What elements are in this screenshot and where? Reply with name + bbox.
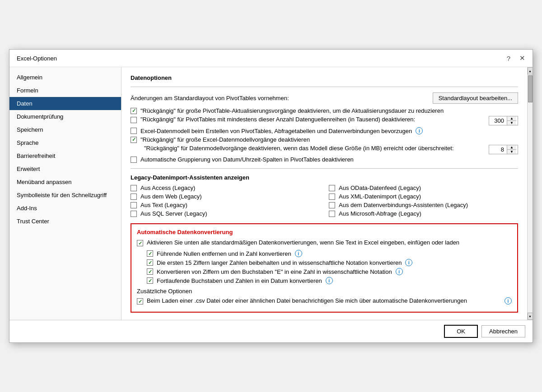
cb1-row: "Rückgängig" für große PivotTable-Aktual… bbox=[131, 107, 518, 114]
cb3-row: Excel-Datenmodell beim Erstellen von Piv… bbox=[131, 127, 518, 134]
sidebar: Allgemein Formeln Daten Dokumentprüfung … bbox=[9, 67, 121, 320]
info-icon-sub2[interactable]: i bbox=[405, 259, 412, 266]
info-icon-cb2[interactable]: i bbox=[505, 297, 512, 304]
cb6-label: Automatische Gruppierung von Datum/Uhrze… bbox=[140, 156, 354, 163]
autoconv-sub1-label: Führende Nullen entfernen und in Zahl ko… bbox=[157, 250, 291, 257]
scrollbar: ▲ ▼ bbox=[527, 67, 533, 320]
autoconv-sub2-row: Die ersten 15 Ziffern langer Zahlen beib… bbox=[147, 259, 512, 266]
scrollbar-thumb[interactable] bbox=[528, 75, 533, 102]
autoconv-sub1-cb[interactable] bbox=[147, 250, 153, 257]
cb6-checkbox[interactable] bbox=[131, 157, 137, 163]
cb5-label: "Rückgängig" für Datenmodellvorgänge dea… bbox=[144, 145, 485, 152]
autoconv-sub3-cb[interactable] bbox=[147, 268, 153, 275]
close-button[interactable]: ✕ bbox=[517, 53, 527, 63]
legacy-grid: Aus Access (Legacy) Aus dem Web (Legacy)… bbox=[131, 184, 518, 219]
sidebar-item-symbolleiste[interactable]: Symbolleiste für den Schnellzugriff bbox=[9, 189, 121, 202]
spinner1: 300 ▲ ▼ bbox=[489, 116, 518, 125]
spinner2-buttons: ▲ ▼ bbox=[507, 145, 516, 154]
sidebar-item-daten[interactable]: Daten bbox=[9, 97, 121, 110]
legacy-col1: Aus Access (Legacy) Aus dem Web (Legacy)… bbox=[131, 184, 320, 219]
legacy-title: Legacy-Datenimport-Assistenten anzeigen bbox=[131, 174, 518, 181]
sidebar-item-formeln[interactable]: Formeln bbox=[9, 84, 121, 97]
autoconv-cb2-label: Beim Laden einer .csv Datei oder einer ä… bbox=[147, 297, 497, 304]
autoconv-cb1-row: Aktivieren Sie unten alle standardmäßige… bbox=[137, 239, 512, 246]
sidebar-item-dokumentpruefung[interactable]: Dokumentprüfung bbox=[9, 110, 121, 123]
legacy-label-7: Aus Microsoft-Abfrage (Legacy) bbox=[339, 210, 421, 217]
legacy-label-4: Aus Text (Legacy) bbox=[140, 202, 187, 208]
legacy-cb-4[interactable] bbox=[131, 202, 137, 208]
pivot-edit-button[interactable]: Standardlayout bearbeiten... bbox=[433, 92, 518, 104]
legacy-cb-5[interactable] bbox=[329, 202, 335, 208]
scrollbar-down-btn[interactable]: ▼ bbox=[528, 313, 533, 320]
cb1-checkbox[interactable] bbox=[131, 108, 137, 114]
legacy-label-2: Aus dem Web (Legacy) bbox=[140, 193, 202, 200]
cb5-row: "Rückgängig" für Datenmodellvorgänge dea… bbox=[131, 145, 518, 154]
cb4-row: "Rückgängig" für große Excel-Datenmodell… bbox=[131, 136, 518, 143]
title-bar: Excel-Optionen ? ✕ bbox=[9, 50, 533, 67]
cb2-label: "Rückgängig" für PivotTables mit mindest… bbox=[140, 116, 485, 123]
info-icon-sub1[interactable]: i bbox=[295, 250, 302, 257]
legacy-cb-1[interactable] bbox=[329, 185, 335, 191]
info-icon-sub4[interactable]: i bbox=[326, 277, 333, 284]
spinner1-up[interactable]: ▲ bbox=[507, 116, 516, 121]
cb2-checkbox[interactable] bbox=[131, 117, 137, 123]
legacy-label-5: Aus dem Datenverbindungs-Assistenten (Le… bbox=[339, 202, 468, 208]
content-area: Datenoptionen Änderungen am Standardlayo… bbox=[121, 67, 527, 320]
autoconv-sub3-label: Konvertieren von Ziffern um den Buchstab… bbox=[157, 268, 392, 275]
legacy-cb-2[interactable] bbox=[131, 194, 137, 200]
info-icon-sub3[interactable]: i bbox=[396, 268, 403, 275]
spinner1-buttons: ▲ ▼ bbox=[507, 116, 516, 125]
legacy-cb-3[interactable] bbox=[329, 194, 335, 200]
autoconv-sub3-row: Konvertieren von Ziffern um den Buchstab… bbox=[147, 268, 512, 275]
autoconv-cb1[interactable] bbox=[137, 240, 143, 246]
dialog-body: Allgemein Formeln Daten Dokumentprüfung … bbox=[9, 67, 533, 320]
autoconv-cb2-row: Beim Laden einer .csv Datei oder einer ä… bbox=[137, 297, 512, 304]
legacy-item-0: Aus Access (Legacy) bbox=[131, 184, 320, 191]
sidebar-item-trust-center[interactable]: Trust Center bbox=[9, 215, 121, 228]
sidebar-item-speichern[interactable]: Speichern bbox=[9, 123, 121, 136]
legacy-cb-0[interactable] bbox=[131, 185, 137, 191]
legacy-item-2: Aus dem Web (Legacy) bbox=[131, 193, 320, 200]
spinner1-value: 300 bbox=[489, 116, 507, 125]
autoconv-sub-items: Führende Nullen entfernen und in Zahl ko… bbox=[147, 250, 512, 284]
info-icon-cb3[interactable]: i bbox=[416, 127, 423, 134]
cb3-checkbox[interactable] bbox=[131, 128, 137, 134]
legacy-label-0: Aus Access (Legacy) bbox=[140, 184, 195, 191]
autoconv-sub2-cb[interactable] bbox=[147, 259, 153, 266]
legacy-item-4: Aus Text (Legacy) bbox=[131, 202, 320, 208]
autoconv-sub1-row: Führende Nullen entfernen und in Zahl ko… bbox=[147, 250, 512, 257]
ok-button[interactable]: OK bbox=[444, 325, 478, 338]
dialog-title: Excel-Optionen bbox=[17, 55, 57, 62]
autoconv-sub4-cb[interactable] bbox=[147, 277, 153, 284]
additional-options-label: Zusätzliche Optionen bbox=[137, 288, 512, 295]
cb1-label: "Rückgängig" für große PivotTable-Aktual… bbox=[140, 107, 444, 114]
sidebar-item-addins[interactable]: Add-Ins bbox=[9, 202, 121, 215]
title-bar-buttons: ? ✕ bbox=[504, 53, 527, 63]
cancel-button[interactable]: Abbrechen bbox=[481, 325, 525, 337]
autoconv-cb2[interactable] bbox=[137, 298, 143, 304]
help-button[interactable]: ? bbox=[504, 53, 514, 63]
sidebar-item-menuband[interactable]: Menüband anpassen bbox=[9, 175, 121, 189]
sidebar-item-barrierefreiheit[interactable]: Barrierefreiheit bbox=[9, 149, 121, 162]
legacy-cb-6[interactable] bbox=[131, 211, 137, 217]
cb3-label: Excel-Datenmodell beim Erstellen von Piv… bbox=[140, 128, 412, 134]
cb4-label: "Rückgängig" für große Excel-Datenmodell… bbox=[140, 136, 310, 143]
sidebar-item-erweitert[interactable]: Erweitert bbox=[9, 162, 121, 175]
spinner2-up[interactable]: ▲ bbox=[507, 145, 516, 150]
spinner2-value: 8 bbox=[489, 145, 507, 154]
sidebar-item-sprache[interactable]: Sprache bbox=[9, 136, 121, 149]
autoconv-sub2-label: Die ersten 15 Ziffern langer Zahlen beib… bbox=[157, 259, 402, 266]
pivot-row: Änderungen am Standardlayout von PivotTa… bbox=[131, 92, 518, 104]
bottom-bar: OK Abbrechen bbox=[9, 320, 533, 342]
scrollbar-up-btn[interactable]: ▲ bbox=[528, 67, 533, 74]
legacy-label-6: Aus SQL Server (Legacy) bbox=[140, 210, 207, 217]
spinner1-down[interactable]: ▼ bbox=[507, 121, 516, 125]
autoconv-box: Automatische Datenkonvertierung Aktivier… bbox=[131, 223, 518, 313]
excel-options-dialog: Excel-Optionen ? ✕ Allgemein Formeln Dat… bbox=[9, 49, 533, 343]
spinner2-down[interactable]: ▼ bbox=[507, 150, 516, 154]
legacy-cb-7[interactable] bbox=[329, 211, 335, 217]
sidebar-item-allgemein[interactable]: Allgemein bbox=[9, 71, 121, 84]
cb6-row: Automatische Gruppierung von Datum/Uhrze… bbox=[131, 156, 518, 163]
cb4-checkbox[interactable] bbox=[131, 137, 137, 143]
datenoptionen-title: Datenoptionen bbox=[131, 74, 518, 81]
